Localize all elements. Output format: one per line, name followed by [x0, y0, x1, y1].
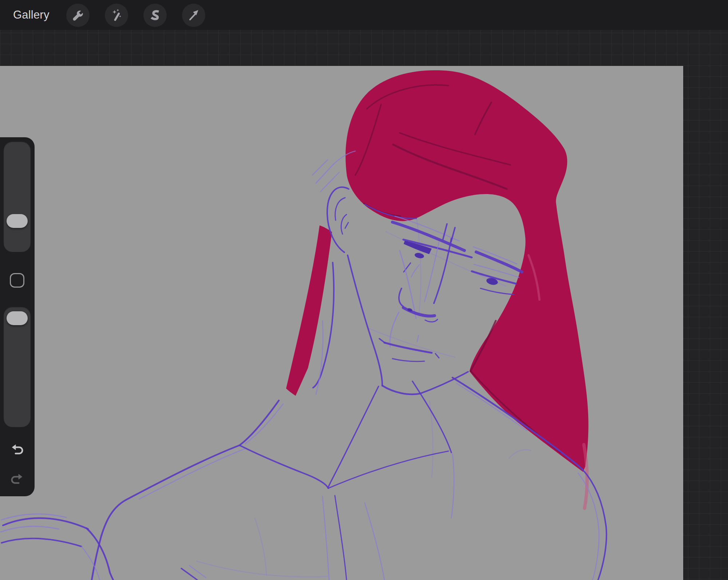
- actions-button[interactable]: [66, 4, 90, 27]
- hair-side-strip: [286, 225, 332, 396]
- transform-button[interactable]: [182, 4, 205, 27]
- adjustments-button[interactable]: [105, 4, 128, 27]
- move-arrow-icon: [186, 8, 201, 23]
- redo-icon: [9, 472, 25, 488]
- workspace-background: Gallery: [0, 0, 728, 580]
- hair-main-shape: [345, 70, 588, 472]
- redo-button[interactable]: [7, 470, 27, 490]
- brush-size-slider[interactable]: [4, 142, 31, 252]
- wrench-icon: [71, 8, 85, 23]
- brush-sidebar: [0, 137, 35, 496]
- modify-button[interactable]: [10, 273, 24, 288]
- opacity-slider[interactable]: [4, 307, 31, 427]
- undo-icon: [9, 442, 25, 459]
- figure-sketch: [0, 66, 683, 580]
- gallery-button[interactable]: Gallery: [13, 0, 50, 30]
- top-toolbar: Gallery: [0, 0, 728, 30]
- magic-wand-icon: [109, 8, 124, 23]
- s-curve-icon: [148, 8, 162, 23]
- brush-size-slider-thumb[interactable]: [7, 214, 28, 228]
- undo-button[interactable]: [7, 440, 27, 461]
- drawing-canvas[interactable]: [0, 66, 683, 580]
- selection-button[interactable]: [143, 4, 167, 27]
- opacity-slider-thumb[interactable]: [7, 311, 28, 325]
- gallery-label: Gallery: [13, 8, 50, 21]
